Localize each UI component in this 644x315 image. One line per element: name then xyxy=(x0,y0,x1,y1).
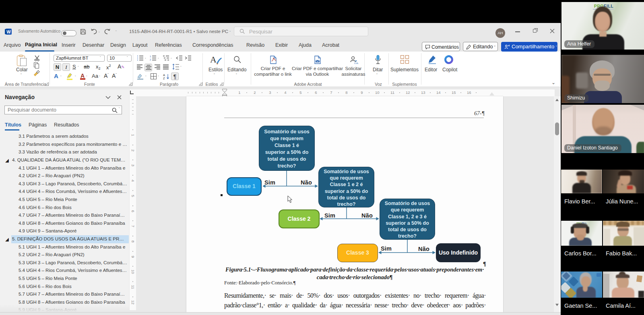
svg-text:X.AV: X.AV xyxy=(354,62,358,64)
svg-text:2: 2 xyxy=(150,58,151,61)
svg-text:Z: Z xyxy=(163,77,165,80)
svg-text:1: 1 xyxy=(150,55,151,58)
